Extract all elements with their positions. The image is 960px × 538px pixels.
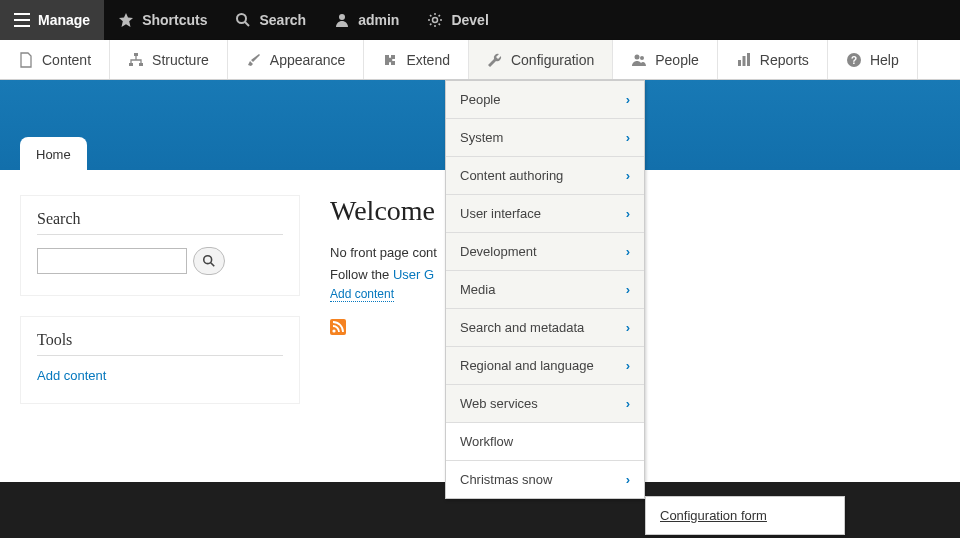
chevron-right-icon: › bbox=[626, 320, 630, 335]
chevron-right-icon: › bbox=[626, 206, 630, 221]
toolbar-help[interactable]: ? Help bbox=[828, 40, 918, 79]
config-item-user-interface[interactable]: User interface› bbox=[446, 195, 644, 233]
paintbrush-icon bbox=[246, 52, 262, 68]
svg-rect-14 bbox=[330, 319, 346, 335]
svg-point-7 bbox=[640, 56, 644, 60]
svg-point-13 bbox=[204, 256, 212, 264]
svg-rect-4 bbox=[129, 63, 133, 66]
svg-text:?: ? bbox=[851, 55, 857, 66]
search-input[interactable] bbox=[37, 248, 187, 274]
toolbar-appearance-label: Appearance bbox=[270, 52, 346, 68]
gear-icon bbox=[427, 12, 443, 28]
toolbar-content-label: Content bbox=[42, 52, 91, 68]
toolbar-structure-label: Structure bbox=[152, 52, 209, 68]
admin-label: admin bbox=[358, 12, 399, 28]
toolbar-help-label: Help bbox=[870, 52, 899, 68]
star-icon bbox=[118, 12, 134, 28]
help-icon: ? bbox=[846, 52, 862, 68]
admin-topbar: Manage Shortcuts Search admin Devel bbox=[0, 0, 960, 40]
chevron-right-icon: › bbox=[626, 130, 630, 145]
tab-home[interactable]: Home bbox=[20, 137, 87, 170]
christmas-snow-submenu: Configuration form bbox=[645, 496, 845, 535]
config-item-web-services[interactable]: Web services› bbox=[446, 385, 644, 423]
config-item-regional-language[interactable]: Regional and language› bbox=[446, 347, 644, 385]
toolbar-people[interactable]: People bbox=[613, 40, 718, 79]
chevron-right-icon: › bbox=[626, 92, 630, 107]
config-item-search-metadata[interactable]: Search and metadata› bbox=[446, 309, 644, 347]
svg-rect-8 bbox=[738, 60, 741, 66]
people-icon bbox=[631, 52, 647, 68]
shortcuts-link[interactable]: Shortcuts bbox=[104, 0, 221, 40]
config-item-christmas-snow[interactable]: Christmas snow› bbox=[446, 461, 644, 498]
user-link[interactable]: admin bbox=[320, 0, 413, 40]
chevron-right-icon: › bbox=[626, 396, 630, 411]
toolbar-reports-label: Reports bbox=[760, 52, 809, 68]
hamburger-icon bbox=[14, 13, 30, 27]
shortcuts-label: Shortcuts bbox=[142, 12, 207, 28]
toolbar-configuration-label: Configuration bbox=[511, 52, 594, 68]
manage-label: Manage bbox=[38, 12, 90, 28]
toolbar-reports[interactable]: Reports bbox=[718, 40, 828, 79]
tab-home-label: Home bbox=[36, 147, 71, 162]
add-content-link[interactable]: Add content bbox=[330, 287, 394, 302]
search-icon bbox=[202, 254, 216, 268]
svg-rect-9 bbox=[742, 56, 745, 66]
submenu-configuration-form[interactable]: Configuration form bbox=[646, 497, 844, 534]
search-block-title: Search bbox=[37, 210, 283, 235]
tools-block: Tools Add content bbox=[20, 316, 300, 404]
wrench-icon bbox=[487, 52, 503, 68]
config-item-content-authoring[interactable]: Content authoring› bbox=[446, 157, 644, 195]
svg-point-1 bbox=[339, 14, 345, 20]
configuration-dropdown: People› System› Content authoring› User … bbox=[445, 80, 645, 499]
structure-icon bbox=[128, 52, 144, 68]
chart-icon bbox=[736, 52, 752, 68]
config-item-system[interactable]: System› bbox=[446, 119, 644, 157]
toolbar-configuration[interactable]: Configuration bbox=[469, 40, 613, 79]
puzzle-icon bbox=[382, 52, 398, 68]
user-guide-link[interactable]: User G bbox=[393, 267, 434, 282]
config-item-media[interactable]: Media› bbox=[446, 271, 644, 309]
chevron-right-icon: › bbox=[626, 282, 630, 297]
topbar-search-label: Search bbox=[259, 12, 306, 28]
svg-point-0 bbox=[237, 14, 246, 23]
chevron-right-icon: › bbox=[626, 472, 630, 487]
config-item-development[interactable]: Development› bbox=[446, 233, 644, 271]
manage-toggle[interactable]: Manage bbox=[0, 0, 104, 40]
svg-point-2 bbox=[433, 18, 438, 23]
document-icon bbox=[18, 52, 34, 68]
svg-point-15 bbox=[332, 329, 335, 332]
devel-label: Devel bbox=[451, 12, 488, 28]
user-icon bbox=[334, 12, 350, 28]
devel-link[interactable]: Devel bbox=[413, 0, 502, 40]
toolbar-extend[interactable]: Extend bbox=[364, 40, 469, 79]
toolbar-extend-label: Extend bbox=[406, 52, 450, 68]
search-icon bbox=[235, 12, 251, 28]
toolbar-appearance[interactable]: Appearance bbox=[228, 40, 365, 79]
svg-point-6 bbox=[635, 54, 640, 59]
toolbar-people-label: People bbox=[655, 52, 699, 68]
config-item-workflow[interactable]: Workflow bbox=[446, 423, 644, 461]
svg-rect-3 bbox=[134, 53, 138, 56]
admin-toolbar: Content Structure Appearance Extend Conf… bbox=[0, 40, 960, 80]
sidebar: Search Tools Add content bbox=[20, 195, 300, 424]
config-item-people[interactable]: People› bbox=[446, 81, 644, 119]
tools-add-content-link[interactable]: Add content bbox=[37, 368, 106, 383]
chevron-right-icon: › bbox=[626, 358, 630, 373]
tools-block-title: Tools bbox=[37, 331, 283, 356]
toolbar-structure[interactable]: Structure bbox=[110, 40, 228, 79]
search-button[interactable] bbox=[193, 247, 225, 275]
search-link[interactable]: Search bbox=[221, 0, 320, 40]
search-block: Search bbox=[20, 195, 300, 296]
chevron-right-icon: › bbox=[626, 244, 630, 259]
chevron-right-icon: › bbox=[626, 168, 630, 183]
svg-rect-5 bbox=[139, 63, 143, 66]
svg-rect-10 bbox=[747, 53, 750, 66]
toolbar-content[interactable]: Content bbox=[0, 40, 110, 79]
